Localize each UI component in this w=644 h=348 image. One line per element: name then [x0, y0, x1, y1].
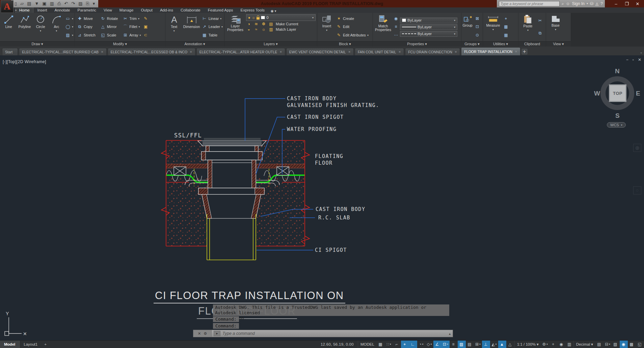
modify-tool-button[interactable]: ⊞Array▾: [123, 31, 141, 39]
clipboard-small-tool[interactable]: ⧉: [537, 31, 543, 35]
compass-east[interactable]: E: [636, 90, 640, 97]
modify-small-tool[interactable]: ▣: [143, 25, 149, 29]
panel-title-draw[interactable]: Draw ▾: [0, 41, 75, 47]
close-command-icon[interactable]: ✕: [198, 331, 201, 336]
line-button[interactable]: Line: [1, 14, 16, 41]
new-tab-button[interactable]: +: [521, 49, 528, 55]
file-tab[interactable]: EWC VENT CONNECTION DETAIL✕: [286, 48, 354, 55]
layer-tool-icon[interactable]: ▤: [268, 22, 274, 26]
property-list-icon[interactable]: ◉: [393, 17, 399, 21]
annotation-small-tool[interactable]: ⊢Linear▾: [202, 17, 223, 21]
command-history-toggle-icon[interactable]: ▴: [447, 332, 453, 336]
status-toggle-icon[interactable]: ⊡▾: [441, 341, 450, 348]
status-toggle-icon[interactable]: ∷▾: [385, 341, 393, 348]
file-tab[interactable]: ELECTRICAL-TYPICAL...ECESSED DB & INCO✕: [108, 48, 195, 55]
modify-small-tool[interactable]: ⊂: [143, 33, 149, 37]
file-tab[interactable]: FCU DRAIN CONNECTION✕: [405, 48, 460, 55]
status-toggle-icon[interactable]: ▤: [595, 341, 603, 348]
match-layer-button[interactable]: Match Layer: [276, 27, 296, 31]
utility-small-tool[interactable]: ⌖: [503, 17, 509, 21]
compass-west[interactable]: W: [594, 90, 600, 97]
text-button[interactable]: A Text▾: [167, 14, 181, 41]
utility-small-tool[interactable]: ▦: [503, 33, 509, 37]
status-toggle-icon[interactable]: ∟: [409, 341, 417, 348]
application-menu-button[interactable]: A ▾: [1, 0, 14, 13]
status-toggle-icon[interactable]: ∠: [433, 341, 441, 348]
group-small-tool[interactable]: ⊠: [475, 17, 480, 21]
ucs-icon[interactable]: [5, 317, 22, 336]
restore-button[interactable]: ❐: [624, 1, 630, 6]
sign-in-caret-icon[interactable]: ▾: [587, 0, 588, 7]
utility-small-tool[interactable]: ▩: [503, 25, 509, 29]
draw-small-tool[interactable]: ▭▾: [65, 17, 73, 21]
layer-tool-icon[interactable]: ◑: [246, 22, 251, 26]
group-button[interactable]: ✦ Group: [462, 14, 473, 41]
layer-properties-button[interactable]: Layer Properties: [226, 14, 245, 41]
draw-small-tool[interactable]: ◯▾: [65, 25, 73, 29]
help-icon[interactable]: ?: [600, 0, 603, 7]
file-tab[interactable]: FLOOR TRAP INSTALLATION✕: [461, 47, 520, 55]
status-toggle-icon[interactable]: ⌖: [401, 341, 409, 348]
new-layout-button[interactable]: +: [42, 342, 49, 346]
file-tab[interactable]: FAN COIL UNIT DETAIL✕: [355, 48, 404, 55]
status-toggle-icon[interactable]: △: [506, 341, 514, 348]
workspace-gear-icon[interactable]: ⚙▾: [541, 341, 549, 348]
edit-block-button[interactable]: ✎Edit: [336, 25, 369, 29]
orbit-icon[interactable]: ◌: [633, 186, 641, 194]
status-toggle-icon[interactable]: ⊥: [482, 341, 490, 348]
status-toggle-icon[interactable]: ◭▾: [490, 341, 498, 348]
viewport-close-icon[interactable]: ✕: [638, 57, 641, 62]
create-block-button[interactable]: ✶Create: [336, 17, 369, 21]
layer-tool-icon[interactable]: ▥: [268, 27, 274, 32]
annotation-small-tool[interactable]: ↗Leader▾: [202, 25, 223, 29]
wcs-menu[interactable]: WCS ▾: [607, 122, 626, 128]
units-list-icon[interactable]: ▥: [565, 341, 573, 348]
ribbon-tab[interactable]: Add-ins: [157, 7, 177, 13]
file-tab[interactable]: Start: [2, 48, 18, 55]
status-toggle-icon[interactable]: ▦: [377, 341, 385, 348]
ribbon-tab[interactable]: Home: [16, 7, 33, 13]
drawing-area[interactable]: CAST IRON BODY GALVANISED FINISH GRATING…: [0, 55, 644, 340]
circle-button[interactable]: Circle▾: [33, 14, 48, 41]
command-input[interactable]: Type a command: [222, 331, 447, 336]
ribbon-options-icon[interactable]: ◉ ▾: [269, 9, 278, 13]
panel-title-groups[interactable]: Groups ▾: [461, 41, 483, 47]
status-toggle-icon[interactable]: ◱: [636, 341, 644, 348]
paste-button[interactable]: Paste▾: [520, 14, 536, 41]
status-toggle-icon[interactable]: ◇▾: [425, 341, 433, 348]
command-bar[interactable]: ✕ ⚙ ▸ Type a command ▴: [193, 330, 453, 337]
status-toggle-icon[interactable]: ⊟▾: [603, 341, 612, 348]
ribbon-tab[interactable]: Collaborate: [177, 7, 204, 13]
steering-wheel-icon[interactable]: ◎: [633, 144, 641, 152]
modify-tool-button[interactable]: ⌒Fillet▾: [123, 23, 141, 31]
layer-tool-icon[interactable]: ❆: [261, 22, 266, 26]
search-input[interactable]: [499, 1, 560, 6]
edit-attributes-button[interactable]: ✎Edit Attributes▾: [336, 33, 369, 37]
layer-tool-icon[interactable]: ◒: [246, 27, 251, 32]
modify-tool-button[interactable]: ↻Rotate: [100, 15, 119, 23]
autodesk-app-icon[interactable]: ◬: [595, 0, 598, 7]
panel-title-view[interactable]: View ▾: [546, 41, 571, 47]
modify-tool-button[interactable]: △Mirror: [100, 23, 119, 31]
panel-title-utilities[interactable]: Utilities ▾: [483, 41, 518, 47]
modify-tool-button[interactable]: ⧉Copy: [77, 23, 97, 31]
ribbon-tab[interactable]: Manage: [116, 7, 137, 13]
viewcube[interactable]: N W E S TOP WCS ▾: [596, 62, 640, 130]
group-small-tool[interactable]: ⊙: [475, 33, 480, 37]
search-icon[interactable]: ⌕: [562, 0, 564, 7]
customize-command-icon[interactable]: ⚙: [204, 331, 207, 336]
match-properties-button[interactable]: Match Properties: [374, 14, 392, 41]
file-tab[interactable]: ELECTRICAL-TYPICAL...IRECT BURRIED CAB✕: [19, 48, 106, 55]
status-toggle-icon[interactable]: ▤: [466, 341, 474, 348]
property-list-icon[interactable]: ⋯: [393, 33, 399, 37]
panel-title-modify[interactable]: Modify ▾: [75, 41, 165, 47]
panel-title-layers[interactable]: Layers ▾: [224, 41, 317, 47]
status-toggle-icon[interactable]: ≡: [450, 341, 458, 348]
minimize-button[interactable]: –: [613, 1, 619, 6]
close-button[interactable]: ✕: [635, 1, 641, 6]
ribbon-tab[interactable]: View: [100, 7, 115, 13]
ribbon-tab[interactable]: Express Tools: [237, 7, 268, 13]
viewport-minimize-icon[interactable]: −: [626, 57, 628, 62]
units-button[interactable]: Decimal ▾: [573, 341, 595, 348]
annotation-scale-button[interactable]: 1:1 / 100% ▾: [514, 341, 541, 348]
